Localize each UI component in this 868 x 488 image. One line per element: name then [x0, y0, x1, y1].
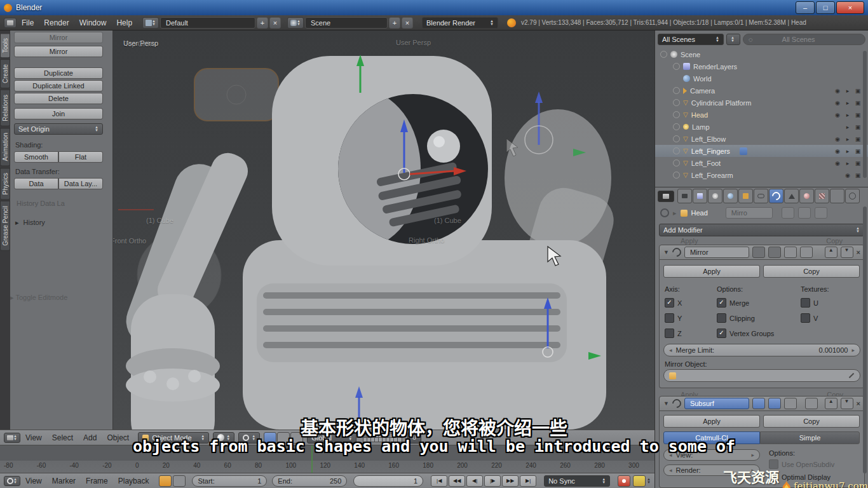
set-origin-dropdown[interactable]: Set Origin ▲▼ — [14, 123, 103, 135]
view-toggle[interactable] — [768, 247, 781, 258]
checkbox[interactable] — [801, 313, 810, 323]
outliner-row-left-foot[interactable]: ▽ Left_Foot ◉ ▸ ▣ — [660, 157, 868, 169]
frame-start-field[interactable]: Start: 1 — [192, 475, 267, 487]
texture-u-checkbox[interactable]: U — [801, 298, 818, 308]
minimize-button[interactable]: – — [796, 1, 815, 14]
slider-right-arrow[interactable]: ▸ — [851, 347, 855, 353]
merge-limit-slider[interactable]: ◂ Merge Limit: 0.001000 ▸ — [663, 344, 860, 356]
timeline-frame-menu[interactable]: Frame — [81, 477, 113, 485]
outliner-row-camera[interactable]: Camera ◉ ▸ ▣ — [660, 85, 868, 97]
render-toggle[interactable] — [752, 247, 765, 258]
duplicate-button[interactable]: Duplicate — [14, 67, 103, 79]
outliner-row-left-forearm[interactable]: ▽ Left_Forearm ◉ ▣ — [660, 169, 868, 181]
tab-grease-pencil[interactable]: Grease Pencil — [0, 201, 10, 251]
move-down-button[interactable]: ▼ — [841, 398, 853, 409]
texture-v-checkbox[interactable]: V — [801, 313, 818, 323]
restrict-view-icon[interactable]: ◉ — [832, 88, 843, 94]
expand-icon[interactable] — [660, 51, 667, 58]
tab-material[interactable] — [799, 189, 814, 203]
scene-add-button[interactable]: + — [389, 17, 400, 29]
subsurf-modifier-header[interactable]: ▼ Subsurf ▲ ▼ × — [659, 396, 865, 411]
render-toggle[interactable] — [752, 398, 765, 409]
delete-button[interactable]: Delete — [14, 93, 103, 104]
timeline-marker-menu[interactable]: Marker — [47, 477, 81, 485]
restrict-render-icon[interactable]: ▣ — [853, 112, 863, 118]
outliner-row-scene[interactable]: Scene — [660, 48, 868, 60]
viewport-3d[interactable]: User Persp Top Ortho User Persp (1) Cube… — [113, 30, 654, 430]
mirror-apply-button[interactable]: Apply — [663, 265, 760, 278]
tab-physics[interactable] — [845, 189, 860, 203]
scene-field[interactable]: Scene — [305, 17, 388, 29]
restrict-view-icon[interactable]: ◉ — [832, 148, 843, 154]
scene-delete-button[interactable]: × — [402, 17, 413, 29]
tab-physics[interactable]: Physics — [0, 168, 10, 200]
data-button[interactable]: Data — [14, 178, 58, 189]
restrict-select-icon[interactable]: ▸ — [843, 100, 853, 106]
merge-checkbox[interactable]: ✓ Merge — [717, 298, 749, 308]
tab-tools[interactable]: Tools — [0, 33, 10, 58]
tab-render-layers[interactable] — [693, 189, 707, 203]
mirror-button[interactable]: Mirror — [14, 46, 103, 57]
expand-icon[interactable] — [673, 63, 680, 70]
eyedropper-icon[interactable] — [849, 373, 854, 378]
axis-z-checkbox[interactable]: Z — [665, 329, 682, 338]
expand-icon[interactable] — [673, 123, 680, 130]
checkbox[interactable] — [717, 313, 726, 323]
outliner-filter-button[interactable]: ▲▼ — [726, 34, 740, 45]
screen-layout-icon-button[interactable]: ▲▼ — [142, 17, 159, 29]
checkbox[interactable] — [665, 329, 674, 338]
cage-toggle[interactable] — [800, 247, 813, 258]
timeline-playback-menu[interactable]: Playback — [113, 477, 154, 485]
jump-prev-keyframe-button[interactable]: ◀◀ — [449, 475, 465, 487]
tab-object[interactable] — [738, 189, 753, 203]
outliner-row-cylindrical-platform[interactable]: ▽ Cylindrical Platform ◉ ▸ ▣ — [660, 97, 868, 109]
record-button[interactable] — [618, 475, 630, 487]
move-down-button[interactable]: ▼ — [841, 247, 853, 258]
edit-toggle[interactable] — [784, 247, 797, 258]
restrict-select-icon[interactable]: ▸ — [843, 124, 853, 130]
mirror-copy-button[interactable]: Copy — [763, 265, 860, 278]
menu-window[interactable]: Window — [74, 18, 112, 27]
mirror-object-field[interactable] — [663, 369, 860, 382]
close-button[interactable]: × — [836, 1, 864, 14]
tab-render[interactable] — [677, 189, 692, 203]
expand-icon[interactable]: ▼ — [663, 400, 669, 407]
expand-icon[interactable] — [673, 135, 680, 142]
checkbox-checked[interactable]: ✓ — [717, 329, 726, 338]
restrict-select-icon[interactable]: ▣ — [853, 172, 863, 179]
expand-icon[interactable] — [673, 111, 680, 118]
expand-icon[interactable] — [673, 147, 680, 154]
slider-left-arrow[interactable]: ◂ — [669, 467, 672, 473]
delete-modifier-icon[interactable]: × — [857, 248, 860, 256]
restrict-select-icon[interactable]: ▸ — [843, 160, 853, 166]
jump-to-start-button[interactable]: |◀ — [431, 475, 447, 487]
menu-help[interactable]: Help — [111, 18, 137, 27]
tab-texture[interactable] — [815, 189, 829, 203]
edit-toggle[interactable] — [784, 398, 797, 409]
history-section[interactable]: ▸ History — [15, 219, 45, 227]
tab-constraints[interactable] — [754, 189, 768, 203]
scene-icon-button[interactable]: ▲▼ — [287, 17, 304, 29]
checkbox[interactable] — [665, 313, 674, 323]
play-reverse-button[interactable]: ◀| — [466, 475, 483, 487]
jump-next-keyframe-button[interactable]: ▶▶ — [502, 475, 519, 487]
current-frame-field[interactable]: 1 — [353, 475, 423, 487]
timeline-view-menu[interactable]: View — [20, 477, 47, 485]
restrict-render-icon[interactable]: ▣ — [853, 88, 863, 94]
frame-end-field[interactable]: End: 250 — [272, 475, 347, 487]
smooth-button[interactable]: Smooth — [14, 151, 58, 163]
tab-relations[interactable]: Relations — [0, 90, 10, 126]
tab-animation[interactable]: Animation — [0, 128, 10, 166]
expand-icon[interactable] — [673, 99, 680, 106]
outliner-row-world[interactable]: World — [660, 72, 868, 85]
axis-x-checkbox[interactable]: ✓ X — [665, 298, 682, 308]
outliner-row-left-elbow[interactable]: ▽ Left_Elbow ◉ ▸ ▣ — [660, 133, 868, 145]
menu-file[interactable]: File — [17, 18, 39, 27]
tab-particles[interactable] — [830, 189, 844, 203]
editor-type-button[interactable] — [4, 18, 17, 28]
checkbox-checked[interactable]: ✓ — [717, 298, 726, 308]
tab-create[interactable]: Create — [0, 59, 10, 88]
restrict-view-icon[interactable]: ◉ — [832, 112, 843, 118]
join-button[interactable]: Join — [14, 108, 103, 119]
restrict-render-icon[interactable]: ▣ — [853, 100, 863, 106]
